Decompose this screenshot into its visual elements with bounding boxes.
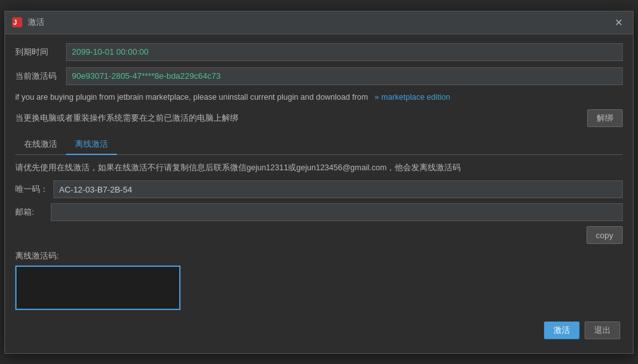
activate-button[interactable]: 激活 bbox=[544, 321, 580, 339]
email-label: 邮箱: bbox=[15, 206, 46, 218]
unique-code-row: 唯一码： bbox=[15, 180, 623, 198]
title-bar: J 激活 ✕ bbox=[5, 11, 633, 34]
email-input[interactable] bbox=[51, 203, 623, 221]
close-button[interactable]: ✕ bbox=[611, 15, 627, 30]
marketplace-link[interactable]: marketplace edition bbox=[381, 93, 450, 102]
dialog-window: J 激活 ✕ 到期时间 当前激活码 if you are buying plug… bbox=[4, 11, 634, 354]
expiry-row: 到期时间 bbox=[15, 43, 623, 61]
activation-code-label: 当前激活码 bbox=[15, 71, 61, 82]
offline-code-input[interactable] bbox=[15, 266, 180, 310]
app-icon: J bbox=[11, 17, 23, 28]
copy-button[interactable]: copy bbox=[587, 226, 623, 244]
unbind-text: 当更换电脑或者重装操作系统需要在之前已激活的电脑上解绑 bbox=[15, 112, 587, 124]
tab-online[interactable]: 在线激活 bbox=[15, 135, 66, 155]
unique-code-input[interactable] bbox=[53, 180, 623, 198]
offline-section: 离线激活码: bbox=[15, 250, 623, 310]
dialog-body: 到期时间 当前激活码 if you are buying plugin from… bbox=[5, 34, 633, 349]
info-text: if you are buying plugin from jetbrain m… bbox=[15, 93, 368, 102]
email-row: 邮箱: bbox=[15, 203, 623, 221]
bottom-row: 激活 退出 bbox=[15, 321, 623, 339]
hint-text: 请优先使用在线激活，如果在线激活不行请复制信息后联系微信gejun12311或g… bbox=[15, 161, 623, 174]
offline-label: 离线激活码: bbox=[15, 250, 623, 262]
activation-code-row: 当前激活码 bbox=[15, 67, 623, 85]
tabs-container: 在线激活 离线激活 bbox=[15, 135, 623, 155]
tab-offline[interactable]: 离线激活 bbox=[66, 135, 117, 155]
unbind-button[interactable]: 解绑 bbox=[587, 109, 623, 127]
dialog-title: 激活 bbox=[28, 17, 611, 28]
copy-row: copy bbox=[15, 226, 623, 244]
unbind-row: 当更换电脑或者重装操作系统需要在之前已激活的电脑上解绑 解绑 bbox=[15, 109, 623, 127]
svg-text:J: J bbox=[13, 19, 17, 26]
activation-code-input[interactable] bbox=[66, 67, 623, 85]
quit-button[interactable]: 退出 bbox=[585, 321, 620, 339]
arrow-icon: » bbox=[375, 93, 379, 102]
unique-code-label: 唯一码： bbox=[15, 184, 48, 195]
info-line: if you are buying plugin from jetbrain m… bbox=[15, 91, 623, 104]
expiry-input[interactable] bbox=[66, 43, 623, 61]
expiry-label: 到期时间 bbox=[15, 46, 61, 58]
